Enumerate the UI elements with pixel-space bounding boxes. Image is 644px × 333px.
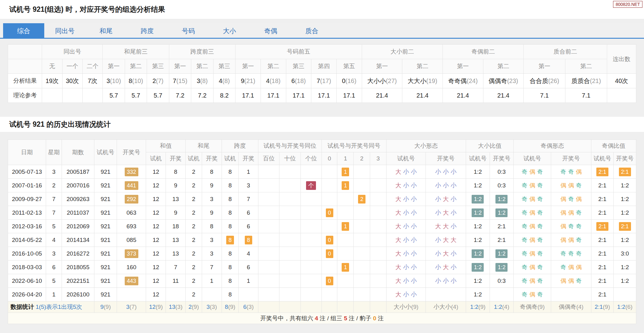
cell: 2: [185, 165, 202, 179]
cell: 7: [202, 261, 222, 274]
sub-header: 试机号: [513, 152, 551, 165]
cell: 292: [117, 192, 146, 206]
cell: 2007016: [62, 179, 94, 192]
cell: 大小小: [386, 220, 426, 233]
cell: 7(15): [169, 74, 191, 88]
cell: 2: [185, 233, 202, 247]
sub-header: 第一: [524, 59, 565, 74]
cell: 个: [300, 179, 322, 192]
cell: 2005187: [62, 165, 94, 179]
cell: 921: [94, 288, 117, 301]
cell: 2: [185, 192, 202, 206]
tab-7[interactable]: 质合: [291, 23, 332, 38]
cell: [300, 274, 322, 288]
cell: 大小小: [386, 274, 426, 288]
cell: 8: [222, 165, 239, 179]
sub-header: 第三: [213, 59, 235, 74]
cell: [300, 301, 322, 313]
sub-header: 2: [354, 152, 370, 165]
tab-5[interactable]: 大小: [209, 23, 250, 38]
stats-row: 数据统计 1(5)表示1出现5次9(9)3(7)12(9)13(3)2(9)3(…: [8, 301, 636, 313]
table-row: 2012-03-165201206992169312182886 1 大小小大大…: [8, 220, 636, 233]
cell: 9: [166, 206, 186, 220]
tab-3[interactable]: 跨度: [127, 23, 168, 38]
cell: 大小小(9): [386, 301, 426, 313]
sub-header: 第二: [402, 59, 443, 74]
group-header: 大小比值: [466, 140, 513, 152]
cell: 332: [117, 165, 146, 179]
cell: [370, 288, 386, 301]
cell: [354, 233, 370, 247]
cell: [322, 220, 337, 233]
cell: 2014-05-22: [8, 233, 46, 247]
group-header: 和尾: [185, 140, 222, 152]
cell: 21.4: [402, 88, 443, 103]
group-header: 跨度: [222, 140, 258, 152]
cell: 2012-03-16: [8, 220, 46, 233]
cell: 奇偶奇: [513, 233, 551, 247]
cell: 2:1: [591, 165, 614, 179]
cell: [551, 288, 591, 301]
cell: 1: [337, 179, 354, 192]
cell: 奇偶奇: [513, 288, 551, 301]
sub-header: 个位: [300, 152, 322, 165]
cell: 8.2: [213, 88, 235, 103]
cell: 偶偶奇: [551, 206, 591, 220]
cell: 大大小(19): [402, 74, 443, 88]
sub-header: 一个: [62, 59, 82, 74]
cell: 奇奇偶: [551, 165, 591, 179]
cell: 7: [166, 261, 186, 274]
cell: 2018055: [62, 261, 94, 274]
cell: 4(18): [261, 74, 286, 88]
cell: [322, 288, 337, 301]
sub-header: 第一: [169, 59, 191, 74]
cell: [279, 274, 300, 288]
cell: 13: [166, 192, 186, 206]
cell: [300, 247, 322, 261]
cell: 1:2: [466, 261, 490, 274]
cell: 2:1: [614, 165, 636, 179]
cell: 1:2: [614, 261, 636, 274]
cell: [354, 206, 370, 220]
sub-header: 第二: [565, 59, 607, 74]
cell: 1:2: [490, 192, 513, 206]
cell: 921: [94, 261, 117, 274]
cell: 17.1: [286, 88, 311, 103]
cell: 2: [46, 179, 62, 192]
group-header: 期数: [62, 140, 94, 165]
tab-4[interactable]: 号码: [168, 23, 209, 38]
cell: 8: [202, 220, 222, 233]
cell: 2:1: [614, 220, 636, 233]
cell: 1:2: [466, 165, 490, 179]
tab-1[interactable]: 同出号: [44, 23, 85, 38]
cell: 大小小: [386, 192, 426, 206]
cell: 2005-07-13: [8, 165, 46, 179]
cell: [337, 288, 354, 301]
cell: 2: [185, 274, 202, 288]
tab-6[interactable]: 奇偶: [250, 23, 291, 38]
sub-header: 开奖号: [551, 152, 591, 165]
group-header: 跨度前三: [169, 45, 235, 59]
cell: [258, 274, 279, 288]
cell: 8(10): [125, 74, 147, 88]
sub-header: 试机: [146, 152, 166, 165]
cell: 1:2(4): [490, 301, 513, 313]
tab-0[interactable]: 综合: [3, 23, 44, 38]
table-row: 2007-01-16220070169214411292983 个 1 大小小小…: [8, 179, 636, 192]
cell: [370, 179, 386, 192]
cell: 奇偶奇: [513, 179, 551, 192]
cell: [614, 288, 636, 301]
cell: 奇奇奇: [551, 247, 591, 261]
cell: [354, 220, 370, 233]
cell: 1:2: [490, 247, 513, 261]
tab-2[interactable]: 和尾: [85, 23, 127, 38]
analysis-table: 同出号和尾前三跨度前三号码前五大小前二奇偶前二质合前二连出数无一个二个第一第二第…: [8, 44, 636, 103]
cell: 2:1: [591, 261, 614, 274]
cell: 4: [239, 247, 258, 261]
cell: 大小小: [386, 288, 426, 301]
cell: 2009263: [62, 192, 94, 206]
sub-header: 第三: [286, 59, 311, 74]
cell: 2: [185, 179, 202, 192]
cell: 大小小: [386, 206, 426, 220]
cell: 8: [239, 233, 258, 247]
